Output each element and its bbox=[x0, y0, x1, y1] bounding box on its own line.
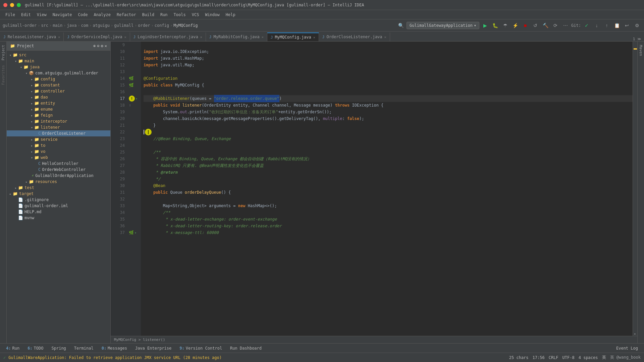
breadcrumb-java[interactable]: java bbox=[67, 23, 76, 28]
breadcrumb-project[interactable]: gulimall-order bbox=[3, 23, 37, 28]
breadcrumb-order[interactable]: order bbox=[138, 23, 150, 28]
menu-window[interactable]: Window bbox=[202, 11, 222, 18]
tab-close-icon[interactable]: ✕ bbox=[313, 36, 315, 39]
menu-edit[interactable]: Edit bbox=[18, 11, 34, 18]
tab-close-icon[interactable]: ✕ bbox=[384, 35, 386, 39]
breadcrumb-config[interactable]: config bbox=[155, 23, 169, 28]
run-config-selector[interactable]: GulimallGatewayApplication ▾ bbox=[407, 22, 479, 29]
tab-close-icon[interactable]: ✕ bbox=[262, 35, 264, 39]
breadcrumb-src[interactable]: src bbox=[41, 23, 48, 28]
tree-item-test[interactable]: ▸ 📁 test bbox=[7, 185, 110, 191]
code-content[interactable]: import java.io.IOException; import java.… bbox=[141, 42, 633, 336]
tree-item-ordercloselistener[interactable]: C OrderCloseListener bbox=[7, 130, 110, 136]
tree-item-package[interactable]: ▾ 📦 com.atguigu.gulimall.order bbox=[7, 70, 110, 76]
menu-file[interactable]: File bbox=[3, 11, 18, 18]
code-editor[interactable]: 9 10 11 12 13 14 15 16 17 18 19 20 21 22… bbox=[111, 42, 637, 336]
more-button[interactable]: ⋯ bbox=[561, 21, 570, 30]
git-update[interactable]: ↓ bbox=[592, 21, 601, 30]
breadcrumb-gulimall[interactable]: gulimall bbox=[114, 23, 133, 28]
git-push[interactable]: ↑ bbox=[602, 21, 611, 30]
tab-close-icon[interactable]: ✕ bbox=[58, 35, 60, 39]
tree-item-mvnw[interactable]: 📄 mvnw bbox=[7, 215, 110, 221]
tree-item-to[interactable]: ▸ 📁 to bbox=[7, 142, 110, 148]
build-button[interactable]: 🔨 bbox=[541, 21, 550, 30]
tree-item-listener[interactable]: ▾ 📁 listener bbox=[7, 124, 110, 130]
search-everywhere-btn[interactable]: 🔍 bbox=[396, 21, 405, 30]
tab-myrabbitconfig[interactable]: J MyRabbitConfig.java ✕ bbox=[206, 33, 267, 41]
menu-navigate[interactable]: Navigate bbox=[50, 11, 75, 18]
tab-releaselistener[interactable]: J ReleaseListener.java ✕ bbox=[0, 33, 64, 41]
bottom-tool-javaenterprise[interactable]: Java Enterprise bbox=[132, 345, 175, 352]
tree-item-src[interactable]: ▾ 📁 src bbox=[7, 52, 110, 58]
menu-view[interactable]: View bbox=[34, 11, 49, 18]
stop-button[interactable]: ■ bbox=[521, 21, 530, 30]
tree-item-gulimallorderapplication[interactable]: ⚡ GulimallOrderApplication bbox=[7, 173, 110, 179]
tree-item-constant[interactable]: ▸ 📁 constant bbox=[7, 82, 110, 88]
tree-item-web[interactable]: ▾ 📁 web bbox=[7, 155, 110, 161]
menu-tools[interactable]: Tools bbox=[171, 11, 189, 18]
close-button[interactable] bbox=[3, 3, 7, 7]
vtab-favorites[interactable]: Favorites bbox=[0, 63, 6, 87]
tree-item-enume[interactable]: ▸ 📁 enume bbox=[7, 106, 110, 112]
tree-item-dao[interactable]: ▸ 📁 dao bbox=[7, 94, 110, 100]
menu-code[interactable]: Code bbox=[75, 11, 91, 18]
sync-button[interactable]: ⟳ bbox=[551, 21, 560, 30]
tree-item-java[interactable]: ▾ 📁 java bbox=[7, 64, 110, 70]
tree-item-iml[interactable]: 📄 gulimall-order.iml bbox=[7, 203, 110, 209]
tab-overflow[interactable]: 1 ≫ bbox=[633, 37, 641, 41]
settings-button[interactable]: ⚙ bbox=[633, 21, 641, 30]
breadcrumb-com[interactable]: com bbox=[81, 23, 89, 28]
vtab-maven[interactable]: Maven bbox=[638, 43, 644, 58]
tree-content[interactable]: ▾ 📁 src ▾ 📁 main ▾ 📁 java ▾ 📦 com.atguig… bbox=[7, 51, 110, 343]
tree-settings-icon[interactable]: ⚙ bbox=[101, 44, 103, 48]
tab-orderserviceimpl[interactable]: J OrderServiceImpl.java ✕ bbox=[64, 33, 130, 41]
minimize-button[interactable] bbox=[10, 3, 14, 7]
rerun-button[interactable]: ↺ bbox=[531, 21, 540, 30]
scroll-bottom-btn[interactable]: ▸ bbox=[633, 331, 638, 336]
bottom-tool-rundashboard[interactable]: Run Dashboard bbox=[227, 345, 265, 352]
menu-run[interactable]: Run bbox=[158, 11, 170, 18]
tree-item-main[interactable]: ▾ 📁 main bbox=[7, 58, 110, 64]
tab-loginuserinterceptor[interactable]: J LoginUserInterceptor.java ✕ bbox=[130, 33, 206, 41]
menu-build[interactable]: Build bbox=[140, 11, 157, 18]
tree-item-vo[interactable]: ▸ 📁 vo bbox=[7, 148, 110, 155]
run-button[interactable]: ▶ bbox=[481, 21, 489, 30]
menu-analyze[interactable]: Analyze bbox=[91, 11, 113, 18]
tree-collapse-icon[interactable]: ⊖ bbox=[97, 44, 99, 48]
tree-expand-icon[interactable]: ⊕ bbox=[93, 44, 96, 48]
git-history[interactable]: 📋 bbox=[612, 21, 621, 30]
menu-refactor[interactable]: Refactor bbox=[114, 11, 139, 18]
tab-close-icon[interactable]: ✕ bbox=[200, 35, 202, 39]
git-checkmark[interactable]: ✓ bbox=[582, 21, 591, 30]
bottom-tool-versioncontrol[interactable]: 9: Version Control bbox=[176, 345, 225, 352]
bottom-tool-todo[interactable]: 6: TODO bbox=[24, 345, 47, 352]
tree-item-interceptor[interactable]: ▸ 📁 interceptor bbox=[7, 118, 110, 124]
vtab-project[interactable]: Project bbox=[0, 43, 6, 62]
bottom-tool-terminal[interactable]: Terminal bbox=[71, 345, 97, 352]
breadcrumb-main[interactable]: main bbox=[53, 23, 62, 28]
tree-item-resources[interactable]: ▸ 📁 resources bbox=[7, 179, 110, 185]
tree-item-feign[interactable]: ▸ 📁 feign bbox=[7, 112, 110, 118]
breadcrumb-atguigu[interactable]: atguigu bbox=[93, 23, 110, 28]
tree-item-service[interactable]: ▸ 📁 service bbox=[7, 136, 110, 142]
tree-item-entity[interactable]: ▸ 📁 entity bbox=[7, 100, 110, 106]
coverage-button[interactable]: ☂ bbox=[501, 21, 509, 30]
tree-item-hellocontroller[interactable]: C HelloController bbox=[7, 161, 110, 167]
breadcrumb-file[interactable]: MyMQConfig bbox=[173, 23, 198, 28]
tree-item-controller[interactable]: ▸ 📁 controller bbox=[7, 88, 110, 94]
maximize-button[interactable] bbox=[17, 3, 21, 7]
tree-item-target[interactable]: ▸ 📁 target bbox=[7, 191, 110, 197]
tree-item-config[interactable]: ▸ 📁 config bbox=[7, 76, 110, 82]
bottom-tool-messages[interactable]: 0: Messages bbox=[98, 345, 130, 352]
tree-close-icon[interactable]: ✕ bbox=[105, 44, 107, 48]
tree-item-gitignore[interactable]: 📄 .gitignore bbox=[7, 197, 110, 203]
tree-item-helpmd[interactable]: 📄 HELP.md bbox=[7, 209, 110, 215]
bottom-tool-spring[interactable]: Spring bbox=[48, 345, 69, 352]
git-revert[interactable]: ↩ bbox=[623, 21, 631, 30]
tab-mymqconfig[interactable]: J MyMQConfig.java ✕ bbox=[267, 33, 319, 41]
tab-close-icon[interactable]: ✕ bbox=[124, 35, 126, 39]
bottom-tool-run[interactable]: 4: Run bbox=[3, 345, 23, 352]
profile-button[interactable]: ⚡ bbox=[511, 21, 520, 30]
debug-button[interactable]: 🐛 bbox=[491, 21, 499, 30]
menu-help[interactable]: Help bbox=[223, 11, 238, 18]
